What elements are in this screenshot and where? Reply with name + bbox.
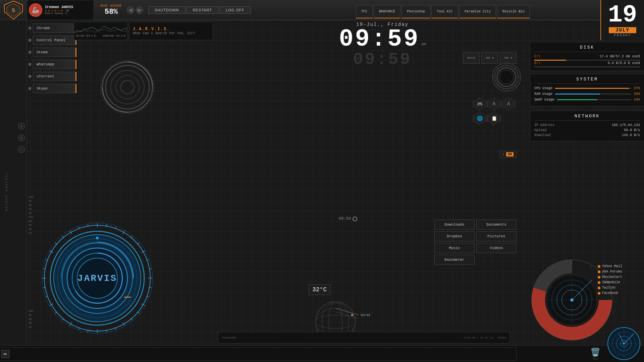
ip-label: IP Address <box>534 123 554 127</box>
logoff-button[interactable]: LOG OFF <box>219 6 251 14</box>
social-deviantart[interactable]: Deviantart <box>598 275 622 279</box>
ctrl-circle-2[interactable]: ▷ <box>136 6 143 14</box>
sidebar-icon-2[interactable]: ◎ <box>18 134 25 141</box>
shutdown-button[interactable]: SHUTDOWN <box>148 6 185 14</box>
recycle-area[interactable]: 🗑️ Bin <box>590 348 600 360</box>
social-dot <box>598 276 600 279</box>
scale-40-3: 40 <box>29 321 33 324</box>
disk-c-value: 17.4 GB/57.2 GB used <box>600 55 640 58</box>
tab-recycle[interactable]: Recycle Bin <box>497 5 530 18</box>
hex-icon-4[interactable]: 🌐 <box>473 112 486 125</box>
sidebar-icon-3[interactable]: ○ <box>18 146 25 153</box>
sidebar-icon-1[interactable]: ⊙ <box>18 123 25 129</box>
notif-count: 30 <box>506 152 514 157</box>
social-sammobile-label: Sammobile <box>602 281 620 284</box>
social-facebook-label: Facebook <box>602 291 618 295</box>
quick-btn-dropbox[interactable]: Dropbox <box>434 231 475 241</box>
bottom-trackinfo-1: TRACKNAME <box>222 336 236 339</box>
bottom-time-info: 5:59 AM / 18.07.19 <box>464 336 493 339</box>
user-subtitle: S.H.I.E.L.D. OS <box>45 9 73 12</box>
upload-row: Upload 99.0 B/s <box>534 128 640 132</box>
quick-btn-documents[interactable]: Documents <box>476 220 517 230</box>
user-avatar: 🦾 <box>29 3 42 17</box>
app-item-skype[interactable]: Skype <box>29 84 76 93</box>
app-item-utorrent[interactable]: uTorrent <box>29 72 76 81</box>
app-dot <box>29 39 31 42</box>
app-item-steam[interactable]: Steam <box>29 48 76 57</box>
user-panel: 🦾 Ironman JARVIS S.H.I.E.L.D. OS Robert … <box>27 0 94 20</box>
jarvis-subtitle: What Can I Search For You, Sir? <box>133 32 209 35</box>
disk-d-bar <box>534 66 640 67</box>
restart-button[interactable]: RESTART <box>186 6 218 14</box>
user-info: Ironman JARVIS S.H.I.E.L.D. OS Robert Do… <box>45 5 73 15</box>
ram-value: 58% <box>105 8 118 16</box>
social-yahoo[interactable]: Yahoo Mail <box>598 264 622 268</box>
temp-badge: 32°C <box>309 284 330 295</box>
quick-btn-music[interactable]: Music <box>434 243 475 253</box>
upload-label: Upload <box>534 128 546 132</box>
net-monitor: UPLOAD 593.0 B DOWNLOAD 145.0 B <box>74 22 127 40</box>
ram-label: RAM USAGE <box>101 4 122 8</box>
network-title: NETWORK <box>534 114 640 121</box>
tab-tf2[interactable]: TF2 <box>356 5 373 18</box>
date-block: 19 JULY FRIDAY <box>600 0 644 40</box>
ram-usage: RAM USAGE 58% <box>101 4 122 16</box>
notif-label: C <box>503 153 504 156</box>
disk-c-label: C:\ <box>534 55 540 58</box>
quick-btn-pictures[interactable]: Pictures <box>476 231 517 241</box>
tab-paradise[interactable]: Paradise City <box>459 5 496 18</box>
clock-ampm: AM <box>421 42 426 46</box>
scale-100-1: 100 <box>29 195 33 198</box>
clock-row: 09:59 AM <box>339 27 426 51</box>
quick-btn-rainmeter[interactable]: Rainmeter <box>434 255 475 265</box>
control-buttons: ◁ ▷ <box>127 6 143 14</box>
tab-photoshop[interactable]: Photoshop <box>401 5 430 18</box>
svg-point-102 <box>351 314 353 316</box>
shield-logo: S <box>2 0 25 22</box>
next-button[interactable]: ⏭ <box>1 350 9 358</box>
social-dot <box>598 270 600 273</box>
hex-icon-3[interactable]: A <box>502 97 515 111</box>
date-month: JULY <box>609 27 636 33</box>
net-graph <box>74 22 127 34</box>
app-btn-chrome[interactable]: Chrome <box>33 23 76 33</box>
app-shortcuts: Chrome Control Panel Steam WhatsApp uTor… <box>29 23 76 93</box>
app-btn-utorrent[interactable]: uTorrent <box>33 72 76 81</box>
hex-icon-5[interactable]: 📋 <box>487 112 501 125</box>
app-btn-whatsapp[interactable]: WhatsApp <box>33 60 76 69</box>
net-labels: UPLOAD 593.0 B DOWNLOAD 145.0 B <box>74 34 127 38</box>
scale-60-3: 60 <box>29 317 33 320</box>
social-facebook[interactable]: Facebook <box>598 291 622 295</box>
hex-icon-2[interactable]: A <box>487 97 501 111</box>
social-xda[interactable]: XDA Forums <box>598 270 622 274</box>
hex-icon-1[interactable]: 🎮 <box>473 97 486 111</box>
app-btn-steam[interactable]: Steam <box>33 48 76 57</box>
system-buttons: SHUTDOWN RESTART LOG OFF <box>148 6 251 14</box>
quick-btn-downloads[interactable]: Downloads <box>434 220 475 230</box>
jarvis-search[interactable]: J.A.R.V.I.S. What Can I Search For You, … <box>129 22 213 40</box>
social-sammobile[interactable]: Sammobile <box>598 281 622 284</box>
social-xda-label: XDA Forums <box>602 270 622 274</box>
ram-bar <box>555 94 631 95</box>
scale-markers: 100 80 60 40 20 100 80 60 40 20 <box>29 195 33 235</box>
cpu-value: 97% <box>634 86 640 90</box>
app-btn-skype[interactable]: Skype <box>33 84 76 93</box>
ip-row: IP Address 185.175.94.143 <box>534 123 640 127</box>
tab-toolkit[interactable]: Tool Kit <box>431 5 458 18</box>
social-twitter-label: Twitter <box>602 286 616 290</box>
social-deviantart-label: Deviantart <box>602 275 622 279</box>
app-item-control[interactable]: Control Panel <box>29 36 76 45</box>
app-btn-control[interactable]: Control Panel <box>33 36 76 45</box>
scale-100-2: 100 <box>29 216 33 219</box>
social-twitter[interactable]: Twitter <box>598 286 622 290</box>
social-panel: Yahoo Mail XDA Forums Deviantart Sammobi… <box>598 264 622 295</box>
disk-d-value: 0.0 B/0.0 B used <box>608 61 640 65</box>
quick-btn-videos[interactable]: Videos <box>476 243 517 253</box>
ctrl-circle-1[interactable]: ◁ <box>127 6 134 14</box>
disk-panel: DISK C:\ 17.4 GB/57.2 GB used D:\ 0.0 B/… <box>530 42 644 71</box>
recycle-icon[interactable]: 🗑️ <box>590 348 600 357</box>
swap-bar <box>557 99 631 100</box>
tab-broforce[interactable]: BROFORCE <box>374 5 400 18</box>
app-item-whatsapp[interactable]: WhatsApp <box>29 60 76 69</box>
app-item-chrome[interactable]: Chrome <box>29 23 76 33</box>
